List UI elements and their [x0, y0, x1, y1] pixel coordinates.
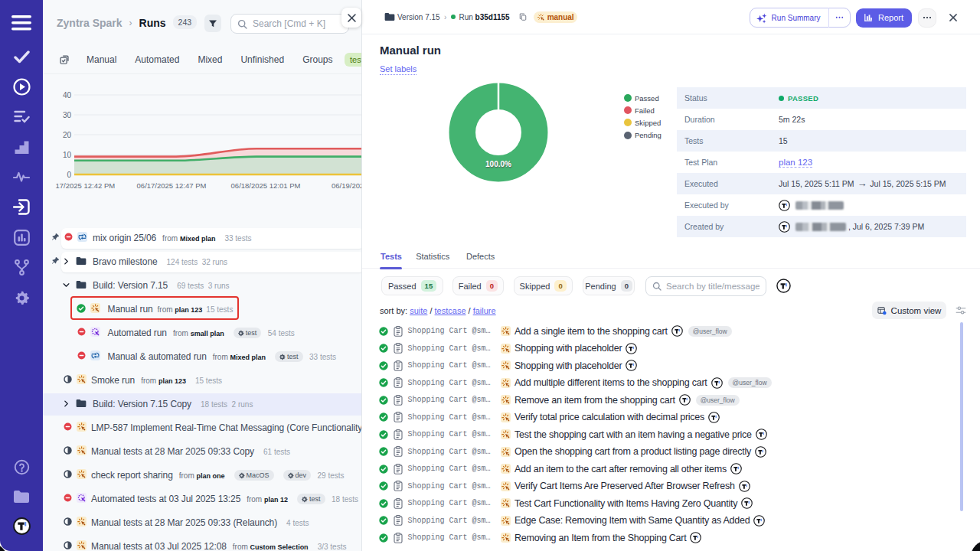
svg-text:20: 20 [63, 131, 72, 139]
svg-text:30: 30 [63, 111, 72, 119]
svg-text:10: 10 [63, 151, 72, 159]
svg-text:17/2025 12:42 PM: 17/2025 12:42 PM [56, 181, 116, 190]
svg-text:40: 40 [63, 91, 72, 99]
svg-text:06/17/2025 12:47 PM: 06/17/2025 12:47 PM [137, 181, 207, 190]
svg-text:100.0%: 100.0% [485, 160, 511, 168]
svg-text:06/19/2025: 06/19/2025 [332, 181, 362, 190]
svg-text:06/18/2025 12:01 PM: 06/18/2025 12:01 PM [231, 181, 301, 190]
svg-text:0: 0 [67, 171, 71, 179]
